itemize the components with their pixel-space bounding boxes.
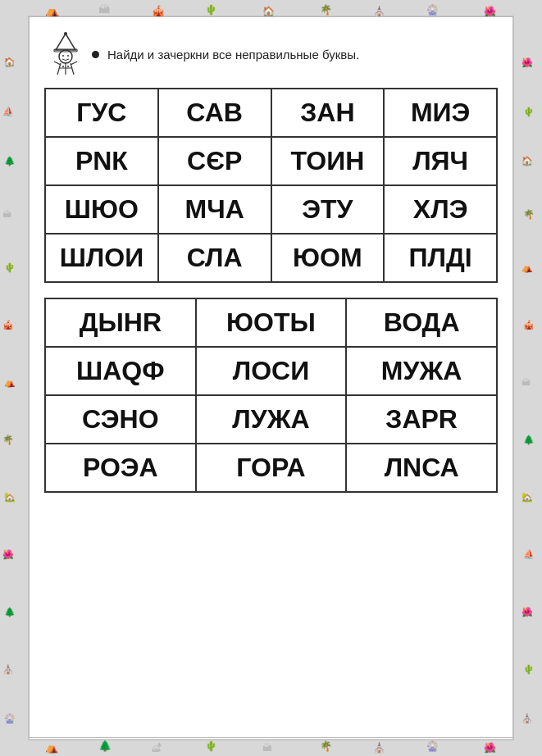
svg-text:🌺: 🌺 [2, 549, 14, 560]
svg-text:⛪: ⛪ [373, 741, 385, 754]
grid4-cell-2-2: ЭТУ [271, 185, 385, 234]
svg-text:🏡: 🏡 [522, 491, 533, 503]
svg-text:🎪: 🎪 [2, 319, 14, 330]
grid3-cell-3-1: ГОРА [196, 444, 347, 492]
svg-text:🌺: 🌺 [522, 606, 533, 617]
grid4-cell-0-0: ГУС [45, 89, 158, 137]
grid3-cell-1-0: ШАQФ [45, 347, 196, 395]
grid4-cell-3-0: ШЛОИ [45, 234, 158, 282]
svg-text:⛺: ⛺ [522, 262, 533, 273]
grid4-cell-2-0: ШЮО [45, 185, 158, 234]
grid4-cell-0-2: ЗАН [271, 89, 385, 137]
grid3-cell-2-2: ЗАРR [346, 395, 497, 444]
svg-text:🏔: 🏔 [262, 742, 272, 754]
svg-text:🌲: 🌲 [523, 434, 535, 445]
grid4-cell-1-0: РNК [45, 137, 158, 185]
grid3-cell-0-0: ДЫНR [45, 298, 196, 347]
svg-text:🏔: 🏔 [522, 377, 531, 387]
grid-3col-table: ДЫНRЮОТЫВОДАШАQФЛОСИМУЖАСЭНОЛУЖАЗАРRРОЭА… [44, 298, 498, 493]
svg-text:🎡: 🎡 [4, 713, 16, 724]
svg-point-48 [64, 32, 67, 35]
grid3-cell-3-0: РОЭА [45, 444, 196, 492]
grid4-cell-1-3: ЛЯЧ [384, 137, 497, 185]
svg-text:🌵: 🌵 [205, 3, 217, 16]
svg-text:🌴: 🌴 [320, 740, 332, 752]
svg-text:🌵: 🌵 [4, 262, 16, 273]
grid4-cell-2-1: МЧА [158, 185, 271, 234]
svg-point-50 [62, 55, 64, 57]
grid-4col-table: ГУССАВЗАНМИЭРNКСЄРТОИНЛЯЧШЮОМЧАЭТУХЛЭШЛО… [44, 88, 498, 283]
svg-text:🌴: 🌴 [523, 208, 535, 220]
grid3-cell-0-1: ЮОТЫ [196, 298, 347, 347]
svg-text:🌵: 🌵 [523, 663, 535, 675]
grid4-cell-3-1: СЛА [158, 234, 271, 282]
svg-text:🌺: 🌺 [522, 57, 533, 68]
svg-point-51 [67, 55, 69, 57]
svg-text:🎡: 🎡 [426, 740, 439, 752]
svg-text:⛪: ⛪ [373, 5, 385, 17]
svg-text:🌲: 🌲 [4, 606, 16, 617]
bullet-dot [92, 51, 99, 58]
svg-text:⛪: ⛪ [2, 663, 14, 675]
instruction-text: Найди и зачеркни все неправильные буквы. [107, 48, 359, 61]
svg-text:🌺: 🌺 [484, 741, 496, 754]
svg-text:🏔: 🏔 [2, 209, 11, 219]
svg-point-53 [67, 66, 69, 67]
grid4-cell-0-3: МИЭ [384, 89, 497, 137]
svg-text:🌵: 🌵 [205, 740, 217, 752]
grid3-cell-2-0: СЭНО [45, 395, 196, 444]
svg-text:🌴: 🌴 [320, 3, 332, 16]
worksheet-page: Найди и зачеркни все неправильные буквы.… [29, 16, 513, 738]
svg-text:🎡: 🎡 [426, 3, 439, 16]
svg-text:🌴: 🌴 [2, 434, 14, 445]
svg-text:🏠: 🏠 [3, 56, 16, 68]
svg-text:🏠: 🏠 [262, 5, 275, 17]
svg-text:⛺: ⛺ [45, 740, 59, 754]
svg-text:🌺: 🌺 [484, 5, 496, 17]
svg-text:🌵: 🌵 [523, 106, 535, 117]
grid3-cell-2-1: ЛУЖА [196, 395, 347, 444]
svg-text:🎪: 🎪 [523, 319, 535, 330]
svg-text:🏠: 🏠 [522, 155, 533, 166]
svg-text:🏡: 🏡 [4, 491, 16, 503]
svg-point-52 [62, 66, 64, 67]
grid4-cell-3-3: ПЛДІ [384, 234, 497, 282]
svg-text:⛪: ⛪ [522, 713, 533, 724]
grid3-cell-3-2: ЛNСА [346, 444, 497, 492]
svg-marker-46 [56, 34, 75, 50]
grid4-cell-1-2: ТОИН [271, 137, 385, 185]
grid3-cell-1-2: МУЖА [346, 347, 497, 395]
grid4-cell-1-1: СЄР [158, 137, 271, 185]
instruction-row: Найди и зачеркни все неправильные буквы. [44, 32, 498, 76]
svg-text:🌲: 🌲 [4, 155, 16, 166]
wizard-icon [48, 32, 84, 76]
grid4-cell-0-1: САВ [158, 89, 271, 137]
grid4-cell-3-2: ЮОМ [271, 234, 385, 282]
grid3-cell-1-1: ЛОСИ [196, 347, 347, 395]
svg-text:⛺: ⛺ [4, 376, 16, 388]
svg-text:⛵: ⛵ [523, 549, 535, 560]
svg-text:🏕: 🏕 [152, 742, 162, 754]
svg-text:⛵: ⛵ [2, 106, 14, 117]
grid4-cell-2-3: ХЛЭ [384, 185, 497, 234]
svg-text:🌲: 🌲 [98, 739, 112, 753]
grid3-cell-0-2: ВОДА [346, 298, 497, 347]
svg-text:🏔: 🏔 [98, 2, 110, 16]
